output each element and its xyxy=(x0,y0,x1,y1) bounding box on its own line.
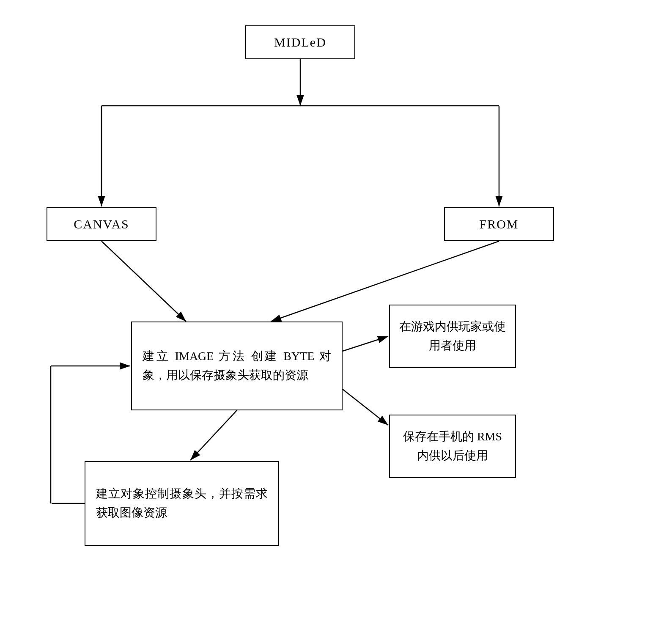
image-method-label: 建立 IMAGE 方法 创建 BYTE 对象，用以保存摄象头获取的资源 xyxy=(143,347,331,385)
camera-control-box: 建立对象控制摄象头，并按需求获取图像资源 xyxy=(85,461,279,546)
diagram-container: MIDLeD CANVAS FROM 建立 IMAGE 方法 创建 BYTE 对… xyxy=(0,0,672,624)
camera-control-label: 建立对象控制摄象头，并按需求获取图像资源 xyxy=(96,484,268,522)
midled-box: MIDLeD xyxy=(245,25,355,59)
rms-save-box: 保存在手机的 RMS 内供以后使用 xyxy=(389,415,516,478)
svg-line-8 xyxy=(343,336,388,351)
svg-line-6 xyxy=(101,241,186,322)
midled-label: MIDLeD xyxy=(274,33,326,51)
from-label: FROM xyxy=(479,215,518,233)
svg-line-10 xyxy=(190,410,237,460)
game-use-box: 在游戏内供玩家或使用者使用 xyxy=(389,305,516,368)
canvas-label: CANVAS xyxy=(74,215,129,233)
canvas-box: CANVAS xyxy=(47,207,156,241)
rms-save-label: 保存在手机的 RMS 内供以后使用 xyxy=(398,427,507,465)
image-method-box: 建立 IMAGE 方法 创建 BYTE 对象，用以保存摄象头获取的资源 xyxy=(131,322,343,410)
from-box: FROM xyxy=(444,207,554,241)
game-use-label: 在游戏内供玩家或使用者使用 xyxy=(398,317,507,355)
svg-line-9 xyxy=(343,389,388,425)
